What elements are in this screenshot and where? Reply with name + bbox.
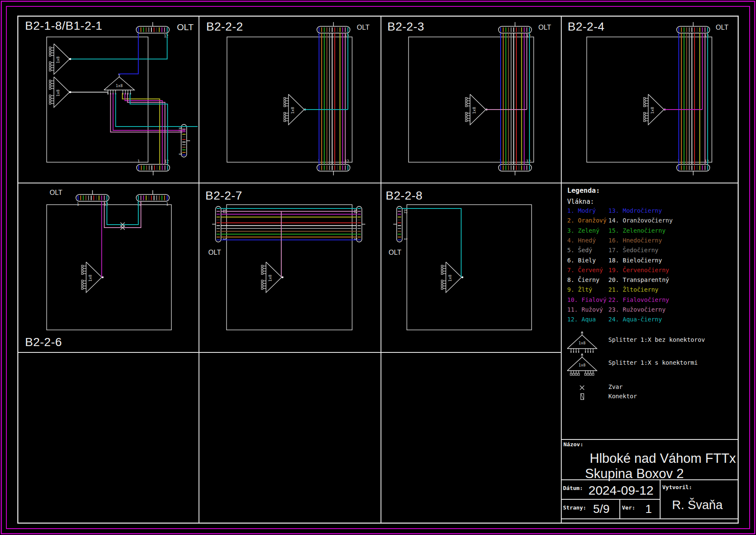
titleblock-vytvoril-label: Vytvoril: [662,484,692,490]
svg-text:1x8: 1x8 [56,90,60,96]
svg-text:1: 1 [166,202,168,206]
panel-title-b2-2-7: B2-2-7 [205,189,242,202]
titleblock-datum-value: 2024-09-12 [588,484,653,497]
panel-b2-2-2-diagram: 1121121x8 [227,22,352,175]
splice-box-outline [227,205,352,330]
legend-item: 15. Zelenočierny [608,227,666,234]
titleblock-nazov-label: Názov: [563,442,583,448]
splice-box-outline [47,205,171,330]
svg-text:1x8: 1x8 [579,363,585,367]
olt-label-p3: OLT [538,24,551,31]
weld-icon [580,386,584,390]
legend-item: 12. Aqua [567,316,596,323]
panel-title-b2-2-2: B2-2-2 [206,20,243,33]
legend-item: 19. Červenočierny [608,267,669,273]
titleblock-ver-label: Ver: [622,505,635,511]
panel-title-b2-2-8: B2-2-8 [386,189,423,202]
splice-box-outline [409,37,534,162]
legend-item: 13. Modročierny [608,207,662,214]
legend-item: 4. Hnedý [567,237,596,244]
legend-item: 20. Transparentný [608,276,669,283]
panel-b2-2-8-diagram: 1211x8 [393,205,532,330]
splice-box-outline [587,37,712,162]
svg-text:1x8: 1x8 [291,107,295,114]
svg-text:1: 1 [403,238,408,240]
panel-b2-2-6-diagram: 1121211x8 [47,190,171,330]
panel-title-b2-2-6: B2-2-6 [25,336,62,348]
legend-item: 9. Žltý [567,286,592,293]
svg-text:1x8: 1x8 [579,341,585,345]
olt-label-p6: OLT [50,189,62,197]
legend-splitter-with-connectors-label: Splitter 1:X s konektormi [608,360,698,366]
panel-b2-2-4-diagram: 1121121x8 [587,22,712,175]
svg-text:1x8: 1x8 [56,56,60,63]
svg-text:1: 1 [137,159,140,163]
splitter-with-connectors-icon: 1x8 [567,354,597,375]
splitter-no-connectors-icon: 1x8 [567,332,597,352]
olt-label-p1: OLT [177,23,193,32]
legend-fibers-header: Vlákna: [567,199,594,206]
legend-item: 6. Biely [567,257,596,264]
olt-label-p8: OLT [389,249,401,256]
olt-label-p7: OLT [208,249,221,256]
panel-b2-2-3-diagram: 1121121x8 [409,22,534,175]
olt-label-p4: OLT [716,24,728,31]
svg-text:1x8: 1x8 [472,107,476,114]
legend-item: 17. Šedočierny [608,247,658,253]
splice-box-outline [227,37,352,162]
svg-text:1x8: 1x8 [448,275,452,282]
legend-connector-label: Konektor [608,393,637,400]
legend-item: 14. Oranžovočierny [608,217,673,224]
svg-text:1x8: 1x8 [650,107,655,114]
legend-item: 5. Šedý [567,247,592,253]
legend-item: 2. Oranžový [567,217,607,224]
legend-item: 18. Bieločierny [608,257,662,264]
titleblock-vytvoril-value: R. Švaňa [672,498,722,511]
titleblock-strany-value: 5/9 [593,503,610,515]
legend-item: 3. Zelený [567,227,599,234]
olt-label-p2: OLT [357,24,370,31]
panel-title-b2-2-3: B2-2-3 [387,20,424,33]
legend-header: Legenda: [567,187,600,194]
titleblock-strany-label: Strany: [563,505,586,511]
titleblock-title-line1: Hlboké nad Váhom FTTx [590,452,736,466]
legend-item: 24. Aqua-čierny [608,316,662,323]
legend-item: 7. Červený [567,267,603,273]
svg-text:1: 1 [77,202,79,206]
panel-title-b2-2-4: B2-2-4 [568,20,605,33]
legend-item: 8. Čierny [567,276,599,283]
panel-b2-1-8-b1-2-1-diagram: 1121121211x81x81x8 [47,22,198,175]
cad-sheet: 1121121211x81x81x81121121x81121121x81121… [0,0,756,535]
titleblock-title-line2: Skupina Boxov 2 [585,467,684,481]
svg-text:1x8: 1x8 [116,84,123,88]
svg-text:1x8: 1x8 [88,275,92,282]
panel-b2-2-7-diagram: 1211211x8 [212,205,365,330]
titleblock-datum-label: Dátum: [563,485,583,491]
svg-text:1x8: 1x8 [268,275,272,282]
svg-text:1: 1 [178,153,182,155]
legend-splitter-no-connectors-label: Splitter 1:X bez konektorov [608,337,705,343]
legend-item: 10. Fialový [567,296,607,303]
titleblock-ver-value: 1 [645,503,652,515]
svg-text:12: 12 [178,127,182,132]
legend-item: 1. Modrý [567,207,596,214]
panel-title-b2-1-8: B2-1-8/B1-2-1 [25,20,102,32]
connector-icon [581,394,584,400]
splice-box-outline [407,205,532,330]
svg-text:12: 12 [526,159,531,163]
legend-weld-label: Zvar [608,384,623,390]
legend-item: 11. Ružový [567,306,603,313]
legend-item: 16. Hnedočierny [608,237,662,244]
svg-text:12: 12 [403,209,408,214]
svg-text:12: 12 [164,34,168,38]
legend-item: 22. Fialovočierny [608,296,669,303]
legend-item: 23. Ružovočierny [608,306,666,313]
legend-item: 21. Žltočierny [608,286,658,293]
